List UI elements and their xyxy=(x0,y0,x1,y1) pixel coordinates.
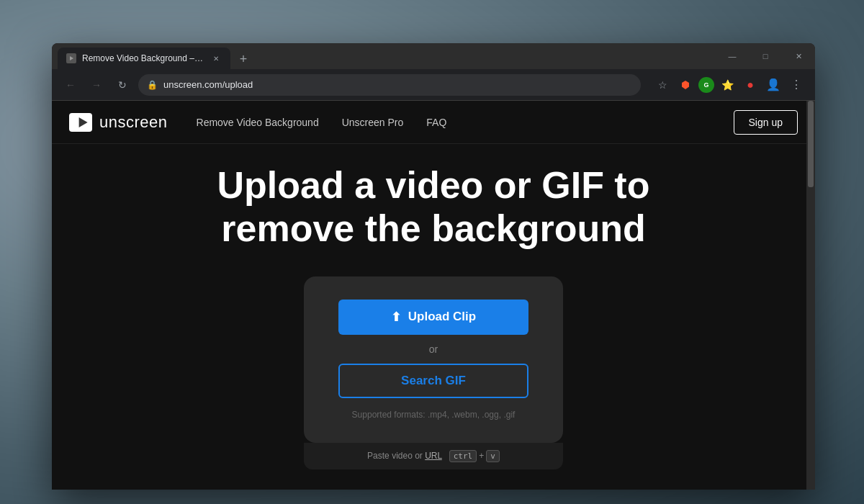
address-bar: ← → ↻ 🔒 unscreen.com/upload ☆ G ⭐ ● 👤 ⋮ xyxy=(52,69,815,101)
tab-title: Remove Video Background – Un xyxy=(82,53,204,63)
v-key: v xyxy=(486,450,500,462)
paste-url-link[interactable]: URL xyxy=(425,451,442,461)
brave-icon[interactable] xyxy=(675,75,696,95)
paste-label: Paste video or xyxy=(367,451,423,461)
search-gif-button[interactable]: Search GIF xyxy=(338,364,528,398)
site-nav: unscreen Remove Video Background Unscree… xyxy=(52,101,815,144)
paste-area: Paste video or URL ctrl + v xyxy=(304,443,563,469)
red-dot-button[interactable]: ● xyxy=(740,75,760,95)
menu-button[interactable]: ⋮ xyxy=(786,75,806,95)
forward-button[interactable]: → xyxy=(86,75,107,95)
upload-clip-button[interactable]: ⬆ Upload Clip xyxy=(338,300,528,335)
url-bar[interactable]: 🔒 unscreen.com/upload xyxy=(138,74,641,96)
bookmark-star[interactable]: ⭐ xyxy=(717,75,737,95)
headline-line2: remove the background xyxy=(221,207,645,249)
nav-links: Remove Video Background Unscreen Pro FAQ xyxy=(197,117,734,128)
maximize-button[interactable]: □ xyxy=(749,43,782,69)
window-controls: — □ ✕ xyxy=(716,43,815,69)
nav-link-faq[interactable]: FAQ xyxy=(426,117,446,128)
url-text: unscreen.com/upload xyxy=(163,79,632,90)
headline-line1: Upload a video or GIF to xyxy=(217,164,650,206)
tab-bar: Remove Video Background – Un ✕ + — □ ✕ xyxy=(52,43,815,69)
upload-icon: ⬆ xyxy=(391,310,401,325)
supported-formats-text: Supported formats: .mp4, .webm, .ogg, .g… xyxy=(352,410,516,420)
back-button[interactable]: ← xyxy=(60,75,81,95)
upload-clip-label: Upload Clip xyxy=(408,310,476,324)
upload-box: ⬆ Upload Clip or Search GIF Supported fo… xyxy=(304,276,563,443)
profile-green-dot[interactable]: G xyxy=(698,77,714,93)
minimize-button[interactable]: — xyxy=(716,43,749,69)
refresh-button[interactable]: ↻ xyxy=(112,75,132,95)
logo-text: unscreen xyxy=(99,113,168,132)
nav-link-remove-video[interactable]: Remove Video Background xyxy=(197,117,319,128)
signup-button[interactable]: Sign up xyxy=(734,110,798,135)
tab-close-button[interactable]: ✕ xyxy=(210,53,222,64)
headline: Upload a video or GIF to remove the back… xyxy=(217,164,650,251)
scrollbar-thumb[interactable] xyxy=(808,101,814,187)
close-button[interactable]: ✕ xyxy=(782,43,815,69)
plus-sign: + xyxy=(479,451,484,461)
paste-shortcut: ctrl + v xyxy=(449,450,500,462)
star-button[interactable]: ☆ xyxy=(652,75,672,95)
main-content: Upload a video or GIF to remove the back… xyxy=(52,144,815,490)
logo-icon xyxy=(69,113,92,132)
logo-area: unscreen xyxy=(69,113,168,132)
lock-icon: 🔒 xyxy=(147,80,158,90)
nav-link-pro[interactable]: Unscreen Pro xyxy=(342,117,404,128)
or-divider: or xyxy=(429,343,438,355)
page-content: unscreen Remove Video Background Unscree… xyxy=(52,101,815,490)
scrollbar[interactable] xyxy=(806,101,815,490)
ctrl-key: ctrl xyxy=(449,450,477,462)
active-tab[interactable]: Remove Video Background – Un ✕ xyxy=(58,48,230,69)
url-actions: ☆ G ⭐ ● 👤 ⋮ xyxy=(652,75,806,95)
tab-favicon xyxy=(66,53,76,63)
new-tab-button[interactable]: + xyxy=(233,49,253,69)
avatar-button[interactable]: 👤 xyxy=(763,75,783,95)
browser-window: Remove Video Background – Un ✕ + — □ ✕ ←… xyxy=(52,43,815,490)
